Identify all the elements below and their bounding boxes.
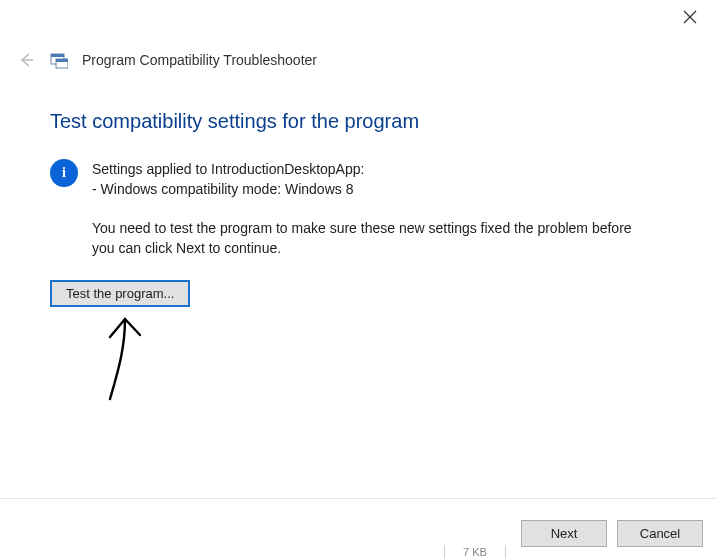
cancel-button[interactable]: Cancel [617, 520, 703, 547]
settings-line-2: - Windows compatibility mode: Windows 8 [92, 179, 687, 199]
hand-drawn-arrow-annotation [100, 315, 150, 408]
back-button[interactable] [16, 50, 36, 70]
svg-rect-6 [56, 59, 68, 62]
footer-separator [0, 498, 717, 499]
test-program-button[interactable]: Test the program... [50, 280, 190, 307]
info-icon: i [50, 159, 78, 187]
fragment-text: 7 KB [463, 546, 487, 558]
close-icon [683, 10, 697, 24]
svg-rect-4 [51, 54, 64, 57]
settings-line-1: Settings applied to IntroductionDesktopA… [92, 159, 687, 179]
instruction-text: You need to test the program to make sur… [92, 218, 652, 259]
background-fragment: 7 KB [444, 545, 506, 559]
main-heading: Test compatibility settings for the prog… [50, 110, 687, 133]
settings-applied-text: Settings applied to IntroductionDesktopA… [92, 159, 687, 200]
window-title: Program Compatibility Troubleshooter [82, 52, 317, 68]
close-button[interactable] [683, 10, 699, 26]
back-arrow-icon [17, 51, 35, 69]
next-button[interactable]: Next [521, 520, 607, 547]
troubleshooter-icon [50, 51, 68, 69]
